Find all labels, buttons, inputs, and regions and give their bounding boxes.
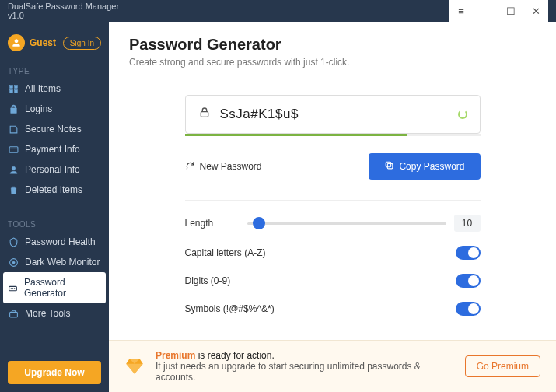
divider <box>129 79 536 79</box>
section-tools: TOOLS <box>0 215 109 232</box>
toolbox-icon <box>8 308 19 319</box>
svg-rect-2 <box>9 89 12 93</box>
sidebar-item-password-generator[interactable]: Password Generator <box>3 272 106 303</box>
user-name: Guest <box>30 37 58 48</box>
length-slider[interactable] <box>247 217 446 229</box>
app-title: DualSafe Password Manager <box>8 2 119 11</box>
close-icon[interactable]: ✕ <box>523 0 548 22</box>
copy-icon <box>384 160 394 173</box>
copy-password-button[interactable]: Copy Password <box>369 153 480 180</box>
lock-icon <box>8 103 19 114</box>
sidebar-item-all-items[interactable]: All Items <box>0 79 109 99</box>
option-capital-letters: Capital letters (A-Z) <box>185 246 481 260</box>
sidebar-item-secure-notes[interactable]: Secure Notes <box>0 119 109 139</box>
svg-point-11 <box>12 288 13 289</box>
svg-rect-3 <box>14 89 17 93</box>
sidebar-item-logins[interactable]: Logins <box>0 99 109 119</box>
app-version: v1.0 <box>8 11 24 20</box>
option-digits: Digits (0-9) <box>185 274 481 288</box>
password-display: SsJa#K1$u$ <box>185 95 481 134</box>
svg-rect-4 <box>9 146 18 152</box>
lock-icon <box>198 107 211 122</box>
sidebar-item-password-health[interactable]: Password Health <box>0 232 109 252</box>
svg-rect-15 <box>388 163 393 169</box>
divider <box>185 200 481 201</box>
title-bar: DualSafe Password Manager v1.0 ≡ — ☐ ✕ <box>0 0 556 22</box>
gem-icon <box>124 356 145 376</box>
grid-icon <box>8 83 19 94</box>
svg-point-10 <box>11 288 12 289</box>
toggle-symbols[interactable] <box>456 302 481 316</box>
page-subtitle: Create strong and secure passwords with … <box>129 57 536 68</box>
length-row: Length 10 <box>185 215 481 232</box>
sidebar-item-dark-web-monitor[interactable]: Dark Web Monitor <box>0 252 109 272</box>
page-title: Password Generator <box>129 36 536 54</box>
premium-banner: Premium is ready for action. It just nee… <box>109 340 556 392</box>
generated-password: SsJa#K1$u$ <box>220 107 449 122</box>
health-icon <box>8 236 19 247</box>
sidebar-item-more-tools[interactable]: More Tools <box>0 303 109 324</box>
monitor-icon <box>8 257 19 268</box>
upgrade-now-button[interactable]: Upgrade Now <box>8 361 101 384</box>
premium-headline: Premium is ready for action. <box>156 350 454 361</box>
avatar <box>8 34 25 51</box>
menu-icon[interactable]: ≡ <box>449 0 474 22</box>
strength-bar <box>185 134 481 136</box>
length-value: 10 <box>454 215 481 232</box>
option-symbols: Symbols (!@#$%^&*) <box>185 302 481 316</box>
svg-rect-13 <box>9 312 17 317</box>
svg-rect-0 <box>9 85 12 88</box>
maximize-icon[interactable]: ☐ <box>498 0 523 22</box>
sidebar: Guest Sign In TYPE All Items Logins Secu… <box>0 22 109 392</box>
new-password-button[interactable]: New Password <box>185 160 262 173</box>
length-label: Length <box>185 218 247 229</box>
svg-rect-1 <box>14 85 17 88</box>
note-icon <box>8 124 19 135</box>
toggle-digits[interactable] <box>456 274 481 288</box>
person-icon <box>8 164 19 175</box>
sidebar-item-deleted-items[interactable]: Deleted Items <box>0 180 109 200</box>
svg-point-6 <box>12 166 15 170</box>
sidebar-item-personal-info[interactable]: Personal Info <box>0 159 109 180</box>
sidebar-item-payment-info[interactable]: Payment Info <box>0 139 109 159</box>
refresh-icon <box>185 160 195 173</box>
svg-point-12 <box>14 288 15 289</box>
trash-icon <box>8 184 19 195</box>
signin-button[interactable]: Sign In <box>63 37 101 50</box>
go-premium-button[interactable]: Go Premium <box>465 355 540 377</box>
svg-rect-14 <box>201 112 208 117</box>
toggle-capital-letters[interactable] <box>456 246 481 260</box>
svg-rect-16 <box>386 162 392 167</box>
slider-thumb[interactable] <box>253 217 265 229</box>
minimize-icon[interactable]: — <box>474 0 498 22</box>
loading-icon <box>458 110 467 119</box>
section-type: TYPE <box>0 62 109 79</box>
premium-sub: It just needs an upgrade to start securi… <box>156 361 454 383</box>
card-icon <box>8 144 19 155</box>
generator-icon <box>8 282 18 293</box>
svg-point-8 <box>12 261 14 263</box>
